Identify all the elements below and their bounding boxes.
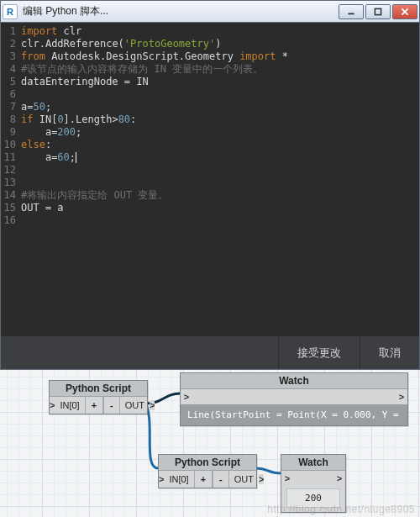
node-title: Watch [281,455,345,471]
output-port-icon[interactable]: > [150,400,155,410]
node-title: Python Script [159,455,256,471]
output-label: OUT [120,397,150,414]
app-icon: R [3,4,18,19]
input-port-icon[interactable]: > [181,389,192,404]
add-input-button[interactable]: + [194,471,213,488]
remove-input-button[interactable]: - [213,471,229,488]
remove-input-button[interactable]: - [103,397,120,414]
output-port-icon[interactable]: > [396,389,407,404]
output-port-icon[interactable]: > [259,474,264,484]
editor-footer: 接受更改 取消 [1,335,419,369]
minimize-button[interactable] [339,4,364,19]
watch-value: Line(StartPoint = Point(X = 0.000, Y = [181,404,407,425]
input-label: IN[0] [164,471,193,488]
code-content[interactable]: import clrclr.AddReference('ProtoGeometr… [19,23,419,335]
node-canvas[interactable]: Python Script > IN[0] + - OUT > Watch > … [0,370,420,517]
python-editor-window: R 编辑 Python 脚本... 1234567891011121314151… [0,0,420,370]
svg-rect-1 [375,8,381,14]
node-title: Watch [181,373,407,389]
maximize-button[interactable] [365,4,391,19]
input-label: IN[0] [55,397,84,414]
line-gutter: 12345678910111213141516 [1,23,19,335]
node-title: Python Script [50,381,147,397]
watermark-text: http://blog.csdn.net/niuge8905 [267,504,415,515]
node-python-script-1[interactable]: Python Script > IN[0] + - OUT > [49,380,148,414]
input-port-icon[interactable]: > [281,471,293,486]
close-button[interactable] [392,4,417,19]
window-title: 编辑 Python 脚本... [23,4,337,18]
accept-button[interactable]: 接受更改 [278,336,360,369]
output-port-icon[interactable]: > [333,471,345,486]
add-input-button[interactable]: + [85,397,103,414]
code-editor[interactable]: 12345678910111213141516 import clrclr.Ad… [1,23,419,335]
output-label: OUT [229,471,259,488]
node-watch-1[interactable]: Watch > > Line(StartPoint = Point(X = 0.… [180,372,408,426]
cancel-button[interactable]: 取消 [360,336,419,369]
titlebar[interactable]: R 编辑 Python 脚本... [1,1,419,23]
node-python-script-2[interactable]: Python Script > IN[0] + - OUT > [158,454,257,488]
